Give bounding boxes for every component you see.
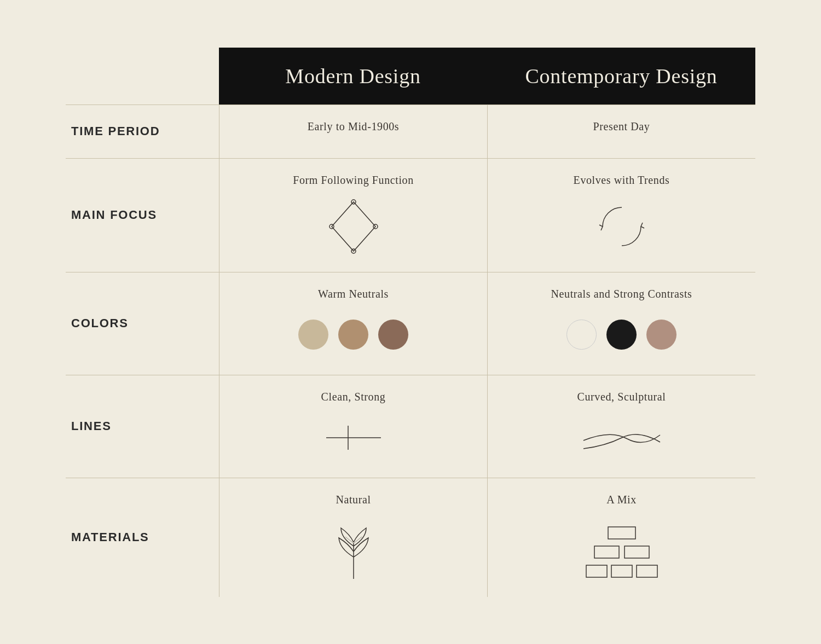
cell-focus-contemporary: Evolves with Trends xyxy=(487,158,755,272)
label-materials: MATERIALS xyxy=(66,478,219,597)
svg-rect-13 xyxy=(586,565,607,577)
focus-contemporary-text: Evolves with Trends xyxy=(574,174,670,187)
label-lines: LINES xyxy=(66,375,219,478)
label-time-period: TIME PERIOD xyxy=(66,105,219,158)
svg-rect-14 xyxy=(611,565,632,577)
warm-circle-2 xyxy=(338,320,368,350)
focus-contemporary-icon xyxy=(499,196,744,257)
header-empty xyxy=(66,48,219,105)
materials-contemporary-icon xyxy=(499,516,744,582)
colors-contemporary-text: Neutrals and Strong Contrasts xyxy=(551,288,692,300)
lines-contemporary-icon xyxy=(499,413,744,462)
materials-contemporary-text: A Mix xyxy=(606,494,637,506)
time-modern-text: Early to Mid-1900s xyxy=(308,120,399,133)
cell-colors-modern: Warm Neutrals xyxy=(219,272,487,375)
lines-contemporary-text: Curved, Sculptural xyxy=(577,391,666,403)
warm-color-circles xyxy=(298,320,408,350)
cell-time-modern: Early to Mid-1900s xyxy=(219,105,487,158)
cell-lines-contemporary: Curved, Sculptural xyxy=(487,375,755,478)
svg-rect-15 xyxy=(637,565,657,577)
focus-modern-text: Form Following Function xyxy=(293,174,414,187)
label-colors: COLORS xyxy=(66,272,219,375)
warm-circle-1 xyxy=(298,320,328,350)
cont-circle-1 xyxy=(566,320,597,350)
cell-materials-contemporary: A Mix xyxy=(487,478,755,597)
cell-time-contemporary: Present Day xyxy=(487,105,755,158)
cell-materials-modern: Natural xyxy=(219,478,487,597)
colors-contemporary-icon xyxy=(499,310,744,359)
lines-modern-text: Clean, Strong xyxy=(321,391,386,403)
svg-marker-0 xyxy=(332,202,375,251)
cell-focus-modern: Form Following Function xyxy=(219,158,487,272)
comparison-table: Modern Design Contemporary Design TIME P… xyxy=(66,48,755,597)
cont-color-circles xyxy=(566,320,677,350)
cont-circle-2 xyxy=(606,320,637,350)
label-main-focus: MAIN FOCUS xyxy=(66,158,219,272)
cell-colors-contemporary: Neutrals and Strong Contrasts xyxy=(487,272,755,375)
cell-lines-modern: Clean, Strong xyxy=(219,375,487,478)
focus-modern-icon xyxy=(230,196,476,257)
cont-circle-3 xyxy=(646,320,677,350)
svg-rect-11 xyxy=(594,546,619,558)
header-modern: Modern Design xyxy=(219,48,487,105)
colors-modern-icon xyxy=(230,310,476,359)
table-grid: Modern Design Contemporary Design TIME P… xyxy=(66,48,755,597)
lines-modern-icon xyxy=(230,413,476,462)
materials-modern-text: Natural xyxy=(336,494,371,506)
warm-circle-3 xyxy=(378,320,408,350)
time-contemporary-text: Present Day xyxy=(593,120,650,133)
colors-modern-text: Warm Neutrals xyxy=(318,288,389,300)
materials-modern-icon xyxy=(230,516,476,582)
svg-rect-10 xyxy=(608,527,635,539)
header-contemporary: Contemporary Design xyxy=(487,48,755,105)
svg-rect-12 xyxy=(625,546,649,558)
